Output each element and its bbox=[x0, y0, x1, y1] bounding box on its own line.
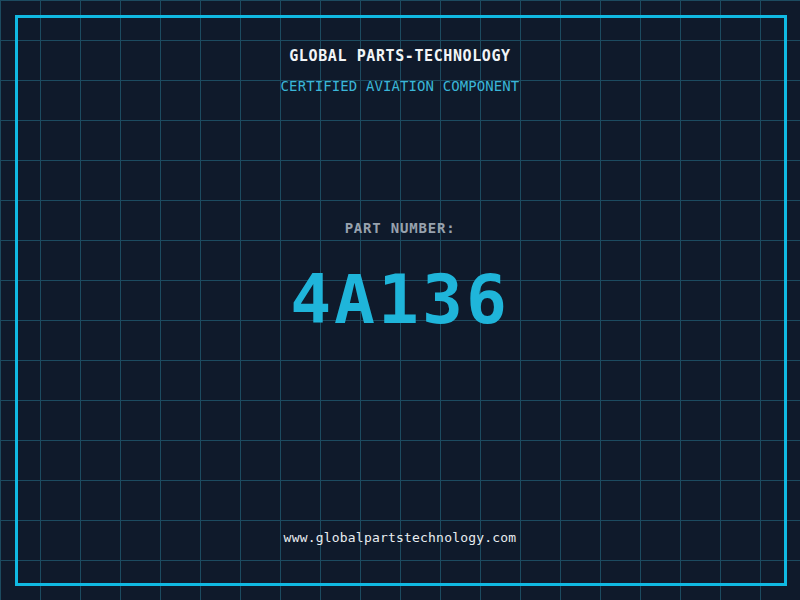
part-number-value: 4A136 bbox=[0, 266, 800, 334]
part-number-label: PART NUMBER: bbox=[0, 221, 800, 235]
brand-title: GLOBAL PARTS-TECHNOLOGY bbox=[0, 49, 800, 64]
certification-subtitle: CERTIFIED AVIATION COMPONENT bbox=[0, 79, 800, 93]
part-label-canvas: GLOBAL PARTS-TECHNOLOGY CERTIFIED AVIATI… bbox=[0, 0, 800, 600]
website-url: www.globalpartstechnology.com bbox=[0, 531, 800, 544]
